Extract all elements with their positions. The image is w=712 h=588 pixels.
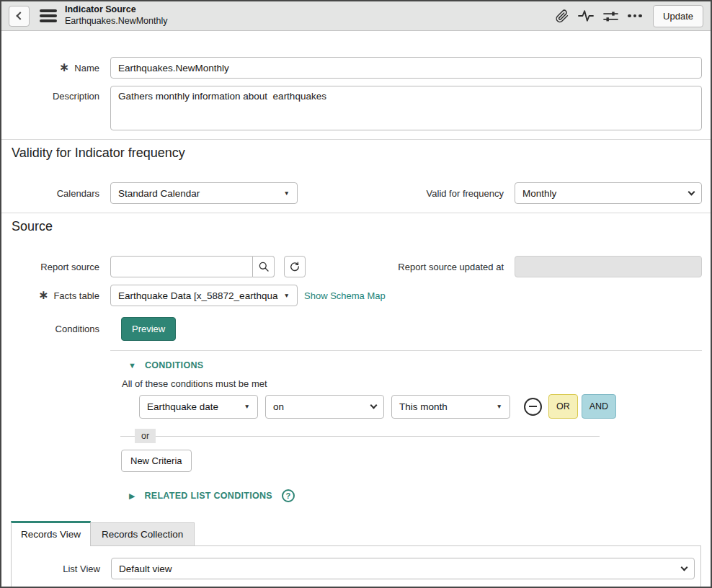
triangle-down-icon: ▼ bbox=[284, 292, 290, 299]
report-source-label-wrap: Report source bbox=[1, 262, 110, 272]
triangle-down-icon: ▼ bbox=[284, 190, 290, 197]
conditions-section-toggle[interactable]: ▼ CONDITIONS bbox=[128, 360, 702, 370]
calendars-dropdown[interactable]: Standard Calendar ▼ bbox=[110, 182, 298, 204]
spacer bbox=[1, 161, 711, 182]
list-view-select[interactable]: Default view bbox=[111, 558, 695, 579]
preview-button[interactable]: Preview bbox=[121, 317, 176, 341]
frequency-label: Valid for frequency bbox=[385, 188, 515, 199]
context-menu-icon[interactable] bbox=[40, 7, 57, 25]
name-label: Name bbox=[74, 63, 99, 74]
description-field-row: Description Gathers monthly information … bbox=[1, 86, 711, 130]
condition-criteria-row: Earthquake date ▼ on This month ▼ OR AND bbox=[139, 394, 702, 419]
frequency-select[interactable]: Monthly bbox=[515, 182, 702, 204]
calendars-value: Standard Calendar bbox=[118, 188, 200, 199]
facts-table-dropdown[interactable]: Earthquake Data [x_58872_earthquake... ▼ bbox=[110, 285, 298, 306]
calendars-label: Calendars bbox=[57, 188, 99, 199]
record-tabs: Records View Records Collection bbox=[11, 521, 701, 545]
report-source-label: Report source bbox=[40, 262, 99, 272]
help-icon[interactable]: ? bbox=[282, 489, 295, 502]
record-type-title: Indicator Source bbox=[65, 4, 167, 16]
related-list-conditions-toggle[interactable]: ▶ RELATED LIST CONDITIONS ? bbox=[129, 489, 702, 502]
tab-records-collection[interactable]: Records Collection bbox=[90, 522, 195, 545]
chevron-down-icon bbox=[681, 564, 688, 571]
required-icon: ∗ bbox=[38, 292, 48, 299]
conditions-label: Conditions bbox=[55, 324, 99, 334]
report-source-group: Report source bbox=[1, 256, 306, 277]
updated-at-group: Report source updated at bbox=[385, 256, 702, 277]
report-source-input[interactable] bbox=[110, 256, 253, 277]
sliders-icon[interactable] bbox=[598, 5, 623, 27]
triangle-down-icon: ▼ bbox=[128, 362, 136, 370]
or-divider: or bbox=[120, 429, 600, 443]
back-button[interactable] bbox=[9, 6, 30, 27]
facts-table-value: Earthquake Data [x_58872_earthquake... bbox=[118, 290, 278, 301]
activity-icon[interactable] bbox=[574, 5, 598, 27]
remove-condition-icon[interactable] bbox=[524, 398, 542, 416]
divider-line bbox=[120, 436, 135, 437]
records-view-panel: List View Default view bbox=[11, 545, 701, 588]
form-body: ∗ Name Description Gathers monthly infor… bbox=[1, 31, 711, 588]
conditions-builder: Preview ▼ CONDITIONS All of these condit… bbox=[110, 317, 702, 502]
chevron-down-icon bbox=[370, 401, 378, 409]
or-button[interactable]: OR bbox=[548, 394, 578, 419]
triangle-down-icon: ▼ bbox=[497, 403, 502, 410]
triangle-right-icon: ▶ bbox=[129, 492, 135, 500]
facts-table-label: Facts table bbox=[53, 290, 99, 301]
description-label: Description bbox=[53, 91, 99, 102]
required-icon: ∗ bbox=[59, 64, 69, 71]
builder-divider bbox=[110, 350, 702, 351]
facts-table-row: ∗ Facts table Earthquake Data [x_58872_e… bbox=[1, 285, 711, 306]
conditions-label-wrap: Conditions bbox=[1, 317, 110, 334]
description-input[interactable]: Gathers monthly information about earthq… bbox=[110, 86, 702, 130]
and-button[interactable]: AND bbox=[582, 394, 616, 419]
conditions-row: Conditions Preview ▼ CONDITIONS All of t… bbox=[1, 317, 711, 502]
condition-value-value: This month bbox=[399, 401, 448, 412]
source-section-title: Source bbox=[1, 213, 711, 234]
validity-section-title: Validity for Indicator frequency bbox=[1, 140, 711, 161]
record-name-subtitle: Earthquakes.NewMonthly bbox=[65, 16, 167, 27]
condition-field-value: Earthquake date bbox=[147, 401, 218, 412]
updated-at-label: Report source updated at bbox=[385, 262, 515, 272]
frequency-group: Valid for frequency Monthly bbox=[385, 182, 702, 204]
new-criteria-button[interactable]: New Criteria bbox=[121, 450, 192, 472]
facts-table-label-wrap: ∗ Facts table bbox=[1, 290, 110, 301]
report-source-input-group bbox=[110, 256, 306, 277]
frequency-value: Monthly bbox=[522, 188, 556, 199]
record-title-block: Indicator Source Earthquakes.NewMonthly bbox=[65, 4, 167, 27]
show-schema-map-link[interactable]: Show Schema Map bbox=[304, 290, 386, 301]
chevron-left-icon bbox=[16, 12, 24, 19]
list-view-value: Default view bbox=[119, 564, 172, 574]
calendars-group: Calendars Standard Calendar ▼ bbox=[1, 182, 298, 204]
chevron-down-icon bbox=[688, 188, 695, 195]
calendars-frequency-row: Calendars Standard Calendar ▼ Valid for … bbox=[1, 182, 711, 204]
condition-operator-select[interactable]: on bbox=[265, 395, 384, 419]
calendars-label-wrap: Calendars bbox=[1, 188, 110, 199]
more-options-icon[interactable] bbox=[623, 5, 647, 27]
all-conditions-text: All of these conditions must be met bbox=[122, 378, 702, 389]
or-divider-label: or bbox=[135, 429, 156, 443]
refresh-icon[interactable] bbox=[284, 256, 306, 277]
description-label-wrap: Description bbox=[1, 86, 110, 102]
name-label-wrap: ∗ Name bbox=[1, 63, 110, 74]
name-input[interactable] bbox=[110, 57, 702, 79]
condition-value-dropdown[interactable]: This month ▼ bbox=[391, 395, 510, 419]
updated-at-readonly-field bbox=[515, 256, 702, 277]
conditions-section-label: CONDITIONS bbox=[145, 360, 203, 370]
report-source-row: Report source bbox=[1, 256, 711, 277]
name-field-row: ∗ Name bbox=[1, 57, 711, 79]
form-header: Indicator Source Earthquakes.NewMonthly bbox=[1, 1, 711, 31]
condition-operator-value: on bbox=[273, 401, 284, 412]
triangle-down-icon: ▼ bbox=[244, 403, 250, 410]
app-window: Indicator Source Earthquakes.NewMonthly bbox=[0, 0, 712, 588]
update-button[interactable]: Update bbox=[653, 5, 703, 27]
divider-line bbox=[156, 436, 600, 437]
paperclip-icon[interactable] bbox=[549, 5, 574, 27]
list-view-label: List View bbox=[12, 564, 111, 574]
spacer bbox=[1, 234, 711, 256]
condition-field-dropdown[interactable]: Earthquake date ▼ bbox=[139, 395, 258, 419]
tab-records-view[interactable]: Records View bbox=[11, 521, 91, 546]
search-icon[interactable] bbox=[253, 256, 275, 277]
related-list-conditions-label: RELATED LIST CONDITIONS bbox=[144, 491, 272, 501]
